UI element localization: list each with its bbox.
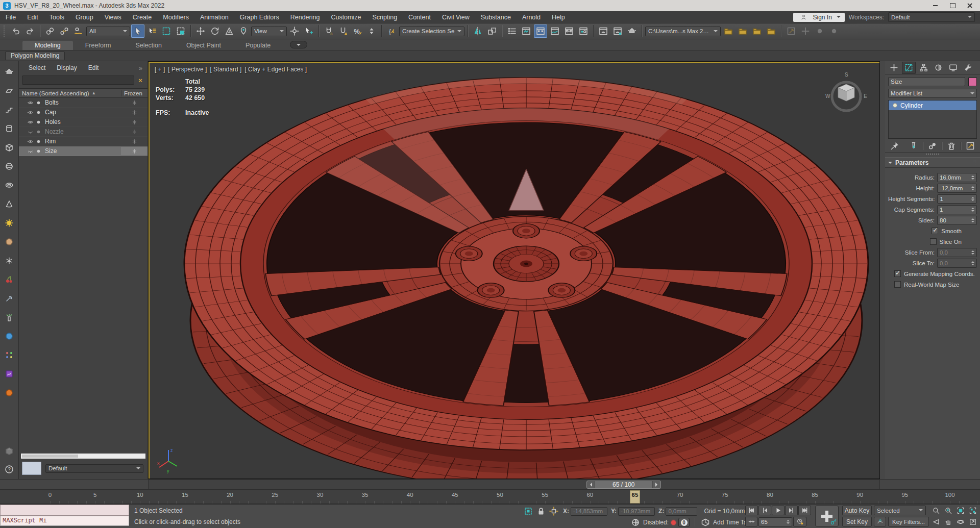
frame-spinner[interactable] bbox=[785, 518, 790, 525]
y-coordinate-field[interactable]: -10,973mm bbox=[618, 507, 655, 516]
project-folder-4-button[interactable] bbox=[765, 24, 778, 38]
mirror-button[interactable] bbox=[471, 24, 484, 38]
viewport-menu-renderer[interactable]: [ Standard ] bbox=[210, 66, 241, 73]
redo-button[interactable] bbox=[23, 24, 37, 38]
explorer-menu-select[interactable]: Select bbox=[24, 64, 50, 71]
sign-in-button[interactable]: Sign In bbox=[793, 13, 845, 22]
rendered-frame-window-button[interactable] bbox=[611, 24, 624, 38]
object-color-swatch[interactable] bbox=[968, 78, 977, 86]
viewcube[interactable]: S W E bbox=[824, 71, 868, 115]
explorer-row-cap[interactable]: Cap bbox=[19, 108, 148, 117]
spinner-arrows-icon[interactable] bbox=[970, 195, 974, 203]
explorer-column-header[interactable]: Name (Sorted Ascending) ▲ Frozen bbox=[19, 88, 148, 98]
menu-content[interactable]: Content bbox=[403, 11, 436, 23]
viewport-menu-general[interactable]: [ + ] bbox=[155, 66, 165, 73]
menu-graph-editors[interactable]: Graph Editors bbox=[234, 11, 285, 23]
menu-civil-view[interactable]: Civil View bbox=[436, 11, 475, 23]
visibility-eye-icon[interactable] bbox=[26, 128, 34, 136]
visibility-eye-icon[interactable] bbox=[26, 137, 34, 145]
tool-cube-icon[interactable] bbox=[3, 444, 16, 458]
tool-particles-icon[interactable] bbox=[3, 348, 16, 362]
checkbox-slice-on[interactable] bbox=[930, 238, 937, 245]
menu-group[interactable]: Group bbox=[70, 11, 99, 23]
next-frame-button[interactable] bbox=[785, 506, 798, 515]
project-folder-3-button[interactable] bbox=[750, 24, 764, 38]
frozen-cell[interactable] bbox=[121, 118, 148, 126]
selection-lock-region-icon[interactable] bbox=[523, 506, 534, 516]
orbit-icon[interactable] bbox=[954, 517, 966, 526]
set-key-button[interactable]: Set Key bbox=[842, 517, 872, 526]
object-name-field[interactable]: Size bbox=[888, 77, 965, 86]
renderable-icon[interactable] bbox=[34, 128, 42, 136]
auto-key-button[interactable]: Auto Key bbox=[842, 506, 872, 515]
param-sides-field[interactable]: 80 bbox=[937, 216, 977, 225]
explorer-horizontal-scrollbar[interactable] bbox=[21, 454, 145, 459]
frozen-cell[interactable] bbox=[121, 137, 148, 145]
checkbox-real-world-map-size[interactable] bbox=[894, 281, 901, 288]
project-folder-2-button[interactable] bbox=[736, 24, 749, 38]
checkbox-smooth[interactable] bbox=[932, 228, 938, 234]
make-unique-button[interactable] bbox=[926, 140, 939, 152]
spinner-snap-toggle-button[interactable] bbox=[365, 24, 378, 38]
menu-customize[interactable]: Customize bbox=[325, 11, 366, 23]
go-to-start-button[interactable] bbox=[745, 506, 758, 515]
panel-splitter[interactable] bbox=[885, 153, 980, 157]
visibility-eye-icon[interactable] bbox=[26, 98, 34, 107]
frozen-cell[interactable] bbox=[121, 147, 148, 155]
align-button[interactable] bbox=[485, 24, 499, 38]
workspace-add-button[interactable] bbox=[799, 24, 812, 38]
show-end-result-button[interactable] bbox=[908, 140, 920, 152]
extra-tool-2-button[interactable] bbox=[827, 24, 841, 38]
menu-tools[interactable]: Tools bbox=[44, 11, 70, 23]
tab-modify[interactable] bbox=[902, 62, 916, 74]
close-icon[interactable] bbox=[966, 2, 974, 9]
remove-modifier-button[interactable] bbox=[945, 140, 958, 152]
toggle-scene-explorer-button[interactable] bbox=[534, 24, 547, 38]
select-by-name-button[interactable] bbox=[145, 24, 159, 38]
tool-spray-icon[interactable] bbox=[3, 311, 16, 324]
named-selection-sets-combo[interactable]: Create Selection Se bbox=[399, 27, 464, 36]
select-and-link-button[interactable] bbox=[43, 24, 57, 38]
explorer-row-bolts[interactable]: Bolts bbox=[19, 98, 148, 108]
menu-scripting[interactable]: Scripting bbox=[366, 11, 403, 23]
polygon-modeling-panel-button[interactable]: Polygon Modeling bbox=[5, 52, 65, 60]
z-coordinate-field[interactable]: 0,0mm bbox=[666, 507, 697, 516]
frozen-cell[interactable] bbox=[121, 128, 148, 136]
parameters-rollout-header[interactable]: Parameters ⁞⁞ bbox=[885, 157, 980, 168]
renderable-icon[interactable] bbox=[34, 147, 42, 155]
set-keys-button[interactable] bbox=[815, 506, 839, 526]
frozen-cell[interactable] bbox=[121, 98, 148, 107]
field-of-view-icon[interactable] bbox=[930, 517, 942, 526]
track-bar[interactable]: 0510152025303540455055606570758085909510… bbox=[0, 489, 980, 504]
display-color-button[interactable] bbox=[22, 462, 41, 475]
checkbox-generate-mapping-coords[interactable] bbox=[894, 270, 901, 277]
param-slice-from-field[interactable]: 0,0 bbox=[937, 248, 977, 257]
menu-edit[interactable]: Edit bbox=[21, 11, 44, 23]
tool-box-icon[interactable] bbox=[3, 141, 16, 154]
key-selection-mode-dropdown[interactable]: Selected bbox=[874, 506, 926, 515]
ribbon-tab-object-paint[interactable]: Object Paint bbox=[174, 41, 233, 50]
bind-to-space-warp-button[interactable] bbox=[72, 24, 85, 38]
menu-animation[interactable]: Animation bbox=[194, 11, 234, 23]
menu-arnold[interactable]: Arnold bbox=[517, 11, 546, 23]
visibility-eye-icon[interactable] bbox=[26, 118, 34, 126]
time-slider-handle[interactable]: 65 / 100 bbox=[586, 481, 661, 489]
tab-display[interactable] bbox=[946, 62, 960, 74]
manage-layers-button[interactable] bbox=[505, 24, 519, 38]
visibility-eye-icon[interactable] bbox=[26, 147, 34, 155]
toggle-ribbon-button[interactable] bbox=[520, 24, 533, 38]
window-crossing-toggle[interactable] bbox=[174, 24, 187, 38]
menu-file[interactable]: File bbox=[0, 11, 21, 23]
curve-editor-button[interactable] bbox=[548, 24, 561, 38]
renderable-icon[interactable] bbox=[34, 137, 42, 145]
material-preview-icon[interactable] bbox=[630, 518, 641, 527]
tool-teapot-icon[interactable] bbox=[3, 65, 16, 79]
tool-hammer-icon[interactable] bbox=[3, 292, 16, 305]
x-coordinate-field[interactable]: -14,853mm bbox=[571, 507, 607, 516]
ribbon-tab-freeform[interactable]: Freeform bbox=[73, 41, 124, 50]
workspace-dropdown[interactable]: Default bbox=[888, 12, 975, 22]
tool-cherries-icon[interactable] bbox=[3, 273, 16, 286]
tool-light-icon[interactable] bbox=[3, 216, 16, 230]
workspace-tool-button[interactable] bbox=[785, 24, 798, 38]
minimize-icon[interactable] bbox=[931, 2, 939, 9]
